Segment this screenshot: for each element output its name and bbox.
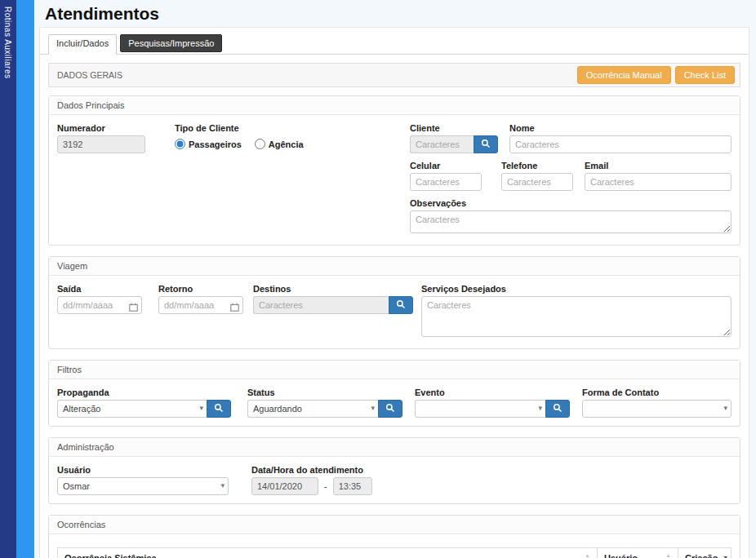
calendar-icon [230, 300, 239, 315]
saida-label: Saída [57, 284, 142, 294]
column-header-criacao[interactable]: Criação▼ [678, 547, 732, 558]
evento-label: Evento [415, 388, 570, 397]
cliente-field [410, 135, 474, 153]
numerador-field [57, 135, 145, 153]
calendar-icon [129, 300, 138, 315]
nome-label: Nome [509, 123, 732, 133]
propaganda-label: Propaganda [57, 388, 231, 397]
cliente-label: Cliente [410, 123, 498, 133]
column-header-usuario[interactable]: Usuário▲▼ [597, 547, 678, 558]
toolbar-title: DADOS GERAIS [57, 70, 573, 80]
usuario-value: Osmar [63, 481, 90, 491]
cliente-search-button[interactable] [474, 135, 498, 153]
search-icon [553, 403, 563, 415]
table-header-row: Ocorrência Sistêmica▲▼ Usuário▲▼ Criação… [57, 547, 732, 558]
section-filtros-legend: Filtros [49, 361, 740, 379]
propaganda-value: Alteração [63, 404, 100, 414]
section-administracao: Administração Usuário Osmar▾ Data/Hora d… [48, 437, 740, 504]
tab-incluir-dados[interactable]: Incluir/Dados [48, 34, 117, 55]
email-label: Email [585, 161, 732, 170]
radio-agencia-input[interactable] [255, 139, 265, 149]
sort-icon[interactable]: ▲▼ [660, 553, 671, 558]
usuario-select[interactable]: Osmar▾ [57, 477, 229, 495]
section-ocorrencias: Ocorrências Ocorrência Sistêmica▲▼ Usuár… [48, 515, 740, 558]
data-hora-label: Data/Hora do atendimento [251, 465, 372, 475]
destinos-search-button[interactable] [389, 296, 413, 314]
celular-field[interactable] [410, 173, 482, 191]
status-search-button[interactable] [378, 400, 402, 418]
chevron-down-icon: ▾ [371, 404, 375, 412]
radio-passageiros[interactable]: Passageiros [175, 139, 242, 149]
observacoes-field[interactable] [410, 210, 732, 233]
app-layout: Rotinas Auxiliares Atendimentos Incluir/… [0, 0, 756, 558]
ocorrencias-table: Ocorrência Sistêmica▲▼ Usuário▲▼ Criação… [57, 547, 732, 558]
propaganda-select[interactable]: Alteração▾ [57, 400, 207, 418]
section-administracao-legend: Administração [49, 438, 740, 457]
telefone-label: Telefone [501, 161, 573, 170]
date-time-separator: - [324, 481, 327, 491]
tab-pesquisas-impressao[interactable]: Pesquisas/Impressão [120, 34, 222, 52]
section-viagem-legend: Viagem [49, 257, 740, 276]
page-title: Atendimentos [45, 4, 756, 24]
content-card: Incluir/Dados Pesquisas/Impressão DADOS … [39, 27, 749, 558]
column-header-ocorrencia-sistemica[interactable]: Ocorrência Sistêmica▲▼ [57, 547, 598, 558]
chevron-down-icon: ▾ [220, 481, 225, 489]
servicos-desejados-field[interactable] [421, 296, 732, 337]
ocorrencia-manual-button[interactable]: Ocorrência Manual [577, 66, 671, 84]
section-dados-principais-legend: Dados Principais [49, 96, 740, 115]
retorno-label: Retorno [158, 284, 243, 294]
email-field[interactable] [585, 173, 732, 191]
radio-agencia-label: Agência [269, 140, 304, 149]
sidebar-accent-strip [16, 0, 34, 558]
evento-search-button[interactable] [545, 400, 570, 418]
sidebar-rotinas-auxiliares[interactable]: Rotinas Auxiliares [0, 0, 16, 558]
sort-icon[interactable]: ▲▼ [580, 553, 590, 558]
search-icon [385, 403, 395, 415]
search-icon [396, 299, 406, 312]
main-area: Atendimentos Incluir/Dados Pesquisas/Imp… [34, 0, 756, 558]
chevron-down-icon: ▾ [538, 404, 542, 412]
nome-field[interactable] [509, 135, 732, 153]
propaganda-search-button[interactable] [207, 400, 231, 418]
status-select[interactable]: Aguardando▾ [247, 400, 378, 418]
chevron-down-icon: ▾ [723, 404, 727, 412]
tipo-cliente-label: Tipo de Cliente [175, 123, 304, 133]
destinos-label: Destinos [253, 284, 413, 294]
servicos-desejados-label: Serviços Desejados [421, 284, 732, 294]
section-ocorrencias-legend: Ocorrências [49, 516, 740, 534]
destinos-field [253, 296, 389, 314]
status-value: Aguardando [253, 404, 302, 414]
evento-select[interactable]: ▾ [415, 400, 545, 418]
celular-label: Celular [410, 161, 482, 170]
tab-bar: Incluir/Dados Pesquisas/Impressão [40, 28, 749, 55]
section-filtros: Filtros Propaganda Alteração▾ Status Agu… [48, 360, 740, 427]
hora-atendimento-field [333, 477, 372, 495]
forma-contato-select[interactable]: ▾ [582, 400, 732, 418]
telefone-field[interactable] [501, 173, 573, 191]
data-atendimento-field [251, 477, 318, 495]
radio-agencia[interactable]: Agência [255, 139, 304, 149]
forma-contato-label: Forma de Contato [582, 388, 732, 397]
dados-gerais-toolbar: DADOS GERAIS Ocorrência Manual Check Lis… [48, 63, 740, 87]
usuario-label: Usuário [57, 465, 229, 475]
search-icon [481, 139, 491, 151]
section-viagem: Viagem Saída Retorno [48, 256, 740, 349]
section-dados-principais: Dados Principais Numerador Tipo de Clien… [48, 95, 740, 246]
tipo-cliente-radio-group: Passageiros Agência [175, 139, 304, 149]
observacoes-label: Observações [410, 198, 732, 208]
check-list-button[interactable]: Check List [675, 66, 735, 84]
radio-passageiros-input[interactable] [175, 139, 185, 149]
chevron-down-icon: ▾ [199, 404, 203, 412]
numerador-label: Numerador [57, 123, 145, 133]
search-icon [214, 403, 224, 415]
sidebar-label: Rotinas Auxiliares [3, 0, 12, 78]
radio-passageiros-label: Passageiros [189, 140, 242, 149]
status-label: Status [247, 388, 402, 397]
